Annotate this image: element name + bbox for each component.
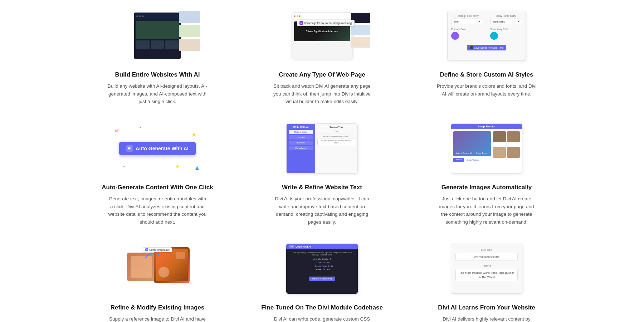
coffee-mug-shape [158,267,169,278]
mock-write-sidebar: Write With AI Make it Better Shorten Sim… [287,124,315,173]
feature-card-learns: Site Title Divi Website Builder Tagline … [415,240,558,322]
decoration-star: ★ [191,131,197,138]
ai-homepage-prompt-badge: AI Homepage for my interior design compa… [297,20,355,26]
mock-site-block-3 [165,40,179,49]
mock-site-block-1 [136,40,150,49]
feature-title-custom-styles: Define & Store Custom AI Styles [440,71,533,79]
thumb-2 [179,25,200,37]
decoration-pencil: ✏ [113,126,121,136]
code-header-title: Code With AI [296,245,311,248]
body-font-col: Body Font Family Work Sans ▾ [490,15,522,24]
improve-compatibility-button[interactable]: Improve Compatibility [309,277,335,281]
webpage-thumb-3 [351,37,370,48]
code-body: Add a property to hover state that flips… [286,249,358,283]
mock-site-blocks [136,40,179,49]
page-container: ✦ [72,0,572,322]
about-label: What are you writing about? [317,135,355,137]
feature-card-generate-images: Image Results Join a Pottery Whi... Clas… [415,120,558,226]
primary-color-label: Primary Color [451,28,467,30]
mock-write-main-panel: Content Type Title What are you writing … [315,124,357,173]
shorten-item[interactable]: Shorten [289,135,313,140]
body-font-select[interactable]: Work Sans ▾ [490,19,522,24]
feature-card-create-pages: Citrus Equilibrium Interiors AI Homepage… [250,7,394,106]
feature-title-fine-tuned: Fine-Tuned On The Divi Module Codebase [261,304,383,312]
heading-font-label: Heading Font Family [451,15,483,17]
ai-homepage-prompt-text: Homepage for my interior design company| [304,22,352,24]
simplify-item[interactable]: Simplify [289,141,313,145]
feature-desc-refine-images: Supply a reference image to Divi AI and … [107,315,208,322]
feature-desc-custom-styles: Provide your brand's colors and fonts, a… [436,82,537,98]
code-line-1: .et_pb_image { [288,257,356,261]
mock-code-panel: AI Code With AI Add a property to hover … [286,244,358,294]
about-input[interactable]: Amazing headline for my webinar store [317,138,355,145]
mock-browser-bar [292,13,352,19]
feature-desc-auto-generate: Generate text, images, or entire modules… [107,195,208,226]
decoration-dot2: ◆ [176,164,179,168]
pottery-image-area: Join a Pottery Whi... Class Today! Gener… [453,131,491,162]
dot-green [299,15,301,17]
code-prompt-text: Add a property to hover state that flips… [288,252,356,256]
color-row: Primary Color Secondary Color [451,28,522,40]
image-results-body: Join a Pottery Whi... Class Today! Gener… [451,129,522,164]
heading-font-chevron: ▾ [479,20,480,23]
dot-yellow [297,15,298,17]
mock-refine-illustration: AI Coffee shop table| [122,242,193,296]
ai-dot-icon: AI [145,248,148,251]
mock-site-header [134,13,181,20]
feature-title-create-pages: Create Any Type Of Web Page [279,71,365,79]
paraphrase-item[interactable]: Paraphrase [289,146,313,150]
mock-webpage-illustration: Citrus Equilibrium Interiors AI Homepage… [268,9,376,63]
feature-image-auto-generate: ✏ ★ → ▲ ● ◆ AI Auto Generate With AI [104,120,211,177]
create-variation-button[interactable]: Create Variation [465,158,481,162]
feature-desc-build-websites: Build any website with AI-designed layou… [107,82,208,106]
mock-styles-panel: Heading Font Family Inter ▾ Body Font Fa… [447,11,526,61]
heading-font-select[interactable]: Inter ▾ [451,19,483,24]
primary-color-swatch[interactable] [451,32,459,40]
coffee-cup-top [176,252,185,259]
save-styles-icon: ⬛ [470,46,473,49]
img-thumb-4 [507,147,520,158]
body-font-value: Work Sans [493,20,505,23]
coffee-shop-text: Coffee shop table| [149,249,170,251]
feature-title-auto-generate: Auto-Generate Content With One Click [102,184,213,191]
decoration-dot1: ● [140,125,142,129]
body-font-chevron: ▾ [518,20,519,23]
tagline-label: Tagline [455,264,518,267]
generate-button[interactable]: Generate [453,158,464,162]
feature-card-build-websites: ✦ [86,7,229,106]
heading-font-value: Inter [454,20,459,23]
feature-title-write-refine: Write & Refine Website Text [282,184,362,191]
mock-site-body [134,20,181,51]
feature-desc-write-refine: Divi AI is your professional copywriter.… [272,195,372,226]
feature-image-generate-images: Image Results Join a Pottery Whi... Clas… [433,120,540,177]
feature-image-create-pages: Citrus Equilibrium Interiors AI Homepage… [268,7,376,64]
coffee-shop-label: AI Coffee shop table| [143,247,172,252]
site-title-row: Site Title Divi Website Builder [455,248,518,260]
feature-image-refine: AI Coffee shop table| [104,240,211,297]
pottery-main-image: Join a Pottery Whi... Class Today! [453,131,491,156]
secondary-color-swatch[interactable] [490,32,498,40]
ai-logo-icon: AI [299,21,303,25]
mock-autogen-illustration: ✏ ★ → ▲ ● ◆ AI Auto Generate With AI [104,122,211,175]
feature-title-generate-images: Generate Images Automatically [441,184,532,191]
save-styles-button[interactable]: ⬛ Save Styles For Next Time [467,45,507,50]
font-family-row: Heading Font Family Inter ▾ Body Font Fa… [451,15,522,24]
feature-card-custom-styles: Heading Font Family Inter ▾ Body Font Fa… [415,7,558,106]
thumb-1 [179,11,200,23]
auto-generate-button[interactable]: AI Auto Generate With AI [119,142,196,155]
auto-generate-label: Auto Generate With AI [136,146,189,151]
feature-desc-create-pages: Sit back and watch Divi AI generate any … [272,82,372,106]
dot-red [294,15,296,17]
feature-desc-fine-tuned: Divi AI can write code, generate custom … [272,315,372,322]
code-line-5: } [288,271,356,275]
site-title-input[interactable]: Divi Website Builder [455,253,518,260]
code-line-3: transform 0.3s [288,264,356,268]
mock-write-panel: Write With AI Make it Better Shorten Sim… [286,123,358,174]
content-type-label: Content Type [317,126,355,128]
mock-images-panel: Image Results Join a Pottery Whi... Clas… [451,123,522,174]
decoration-arrow: → [119,162,127,171]
feature-image-learns: Site Title Divi Website Builder Tagline … [433,240,540,297]
make-better-item[interactable]: Make it Better [289,130,313,134]
tagline-input[interactable]: The Most Popular WordPress Page Builder … [455,269,518,281]
body-font-label: Body Font Family [490,15,522,17]
